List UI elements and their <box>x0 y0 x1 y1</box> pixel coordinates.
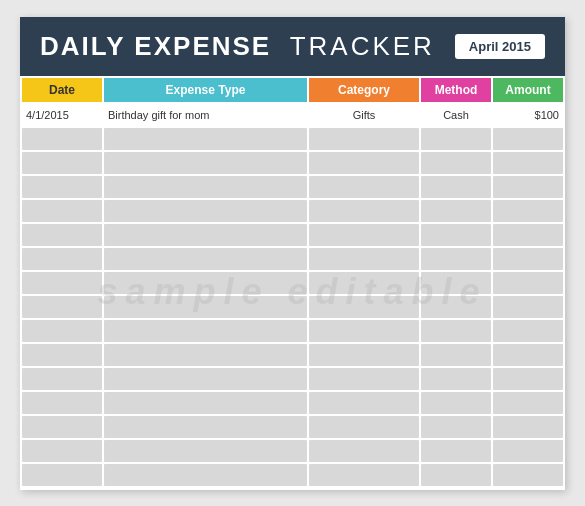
cell-empty <box>493 200 563 222</box>
cell-empty <box>104 464 307 486</box>
table-row <box>22 248 563 270</box>
cell-empty <box>309 344 419 366</box>
cell-empty <box>421 248 491 270</box>
cell-empty <box>309 416 419 438</box>
cell-empty <box>104 296 307 318</box>
title-light: TRACKER <box>290 31 435 61</box>
cell-empty <box>421 272 491 294</box>
cell-empty <box>421 152 491 174</box>
cell-empty <box>421 320 491 342</box>
cell-empty <box>493 320 563 342</box>
cell-empty <box>309 248 419 270</box>
cell-empty <box>22 320 102 342</box>
cell-empty <box>309 464 419 486</box>
cell-empty <box>309 320 419 342</box>
cell-empty <box>309 368 419 390</box>
cell-category: Gifts <box>309 104 419 126</box>
col-method: Method <box>421 78 491 102</box>
cell-empty <box>22 416 102 438</box>
table-row <box>22 128 563 150</box>
cell-amount: $100 <box>493 104 563 126</box>
cell-empty <box>493 248 563 270</box>
table-area: 4/1/2015 Birthday gift for mom Gifts Cas… <box>20 102 565 490</box>
cell-empty <box>104 368 307 390</box>
cell-empty <box>421 224 491 246</box>
cell-empty <box>493 224 563 246</box>
header: DAILY EXPENSE TRACKER April 2015 <box>20 17 565 76</box>
cell-expense: Birthday gift for mom <box>104 104 307 126</box>
cell-empty <box>22 200 102 222</box>
cell-empty <box>22 464 102 486</box>
cell-empty <box>309 224 419 246</box>
cell-empty <box>22 128 102 150</box>
col-category: Category <box>309 78 419 102</box>
cell-empty <box>493 128 563 150</box>
cell-empty <box>104 344 307 366</box>
cell-empty <box>22 176 102 198</box>
cell-empty <box>104 392 307 414</box>
cell-empty <box>421 176 491 198</box>
table-row <box>22 464 563 486</box>
cell-empty <box>421 368 491 390</box>
cell-empty <box>309 392 419 414</box>
cell-empty <box>309 296 419 318</box>
table-row <box>22 440 563 462</box>
cell-empty <box>104 128 307 150</box>
header-date: April 2015 <box>455 34 545 59</box>
column-headers: Date Expense Type Category Method Amount <box>20 76 565 102</box>
table-row <box>22 200 563 222</box>
table-row <box>22 296 563 318</box>
table-row <box>22 368 563 390</box>
cell-empty <box>104 440 307 462</box>
cell-empty <box>309 440 419 462</box>
title-bold: DAILY EXPENSE <box>40 31 271 61</box>
cell-empty <box>493 416 563 438</box>
cell-empty <box>493 176 563 198</box>
table-row <box>22 344 563 366</box>
cell-empty <box>421 392 491 414</box>
table-row <box>22 272 563 294</box>
cell-empty <box>421 464 491 486</box>
cell-empty <box>493 344 563 366</box>
cell-empty <box>493 152 563 174</box>
header-title: DAILY EXPENSE TRACKER <box>40 31 435 62</box>
cell-empty <box>421 440 491 462</box>
cell-empty <box>309 200 419 222</box>
cell-empty <box>22 344 102 366</box>
cell-method: Cash <box>421 104 491 126</box>
table-row: 4/1/2015 Birthday gift for mom Gifts Cas… <box>22 104 563 126</box>
cell-empty <box>493 392 563 414</box>
cell-empty <box>493 464 563 486</box>
cell-empty <box>22 296 102 318</box>
cell-empty <box>104 248 307 270</box>
cell-empty <box>104 224 307 246</box>
cell-empty <box>22 152 102 174</box>
table-row <box>22 152 563 174</box>
table-row <box>22 392 563 414</box>
cell-empty <box>22 392 102 414</box>
tracker-container: DAILY EXPENSE TRACKER April 2015 Date Ex… <box>20 17 565 490</box>
cell-empty <box>104 176 307 198</box>
col-expense-type: Expense Type <box>104 78 307 102</box>
cell-empty <box>421 344 491 366</box>
cell-empty <box>104 272 307 294</box>
col-amount: Amount <box>493 78 563 102</box>
cell-empty <box>493 368 563 390</box>
cell-empty <box>421 128 491 150</box>
cell-empty <box>421 416 491 438</box>
table-row <box>22 176 563 198</box>
cell-empty <box>493 296 563 318</box>
cell-empty <box>309 152 419 174</box>
cell-empty <box>104 320 307 342</box>
cell-empty <box>22 248 102 270</box>
cell-empty <box>104 200 307 222</box>
cell-empty <box>22 440 102 462</box>
cell-empty <box>493 272 563 294</box>
cell-empty <box>104 416 307 438</box>
cell-empty <box>421 296 491 318</box>
cell-empty <box>309 128 419 150</box>
col-date: Date <box>22 78 102 102</box>
cell-empty <box>421 200 491 222</box>
cell-empty <box>22 272 102 294</box>
cell-date: 4/1/2015 <box>22 104 102 126</box>
